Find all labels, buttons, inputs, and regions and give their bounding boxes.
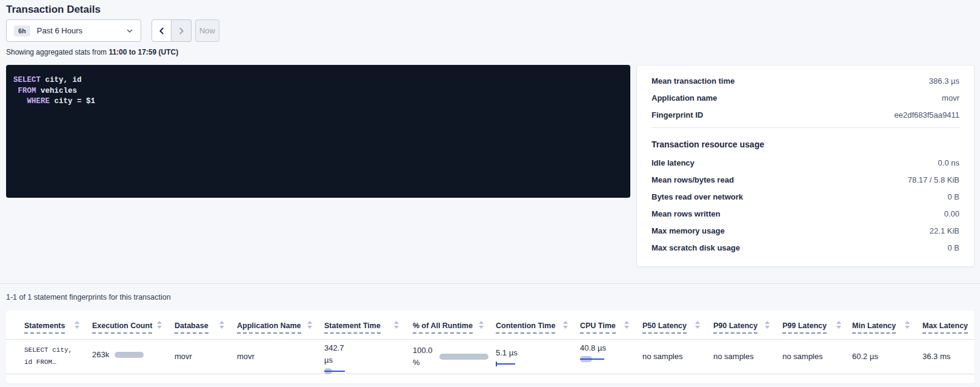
sort-arrows-icon[interactable]	[905, 321, 910, 329]
statement-line: SELECT city,	[24, 346, 72, 354]
previous-interval-button[interactable]	[152, 19, 172, 42]
column-header-max_latency[interactable]: Max Latency	[922, 320, 968, 331]
resource-label: Max scratch disk usage	[652, 243, 740, 252]
resource-row: Mean rows written 0.00	[652, 209, 959, 218]
column-header-label: P50 Latency	[642, 321, 687, 334]
now-button[interactable]: Now	[195, 19, 219, 42]
bar-blue	[580, 358, 604, 360]
cell-execution-count: 263k	[92, 349, 144, 361]
sort-arrows-icon[interactable]	[765, 321, 770, 329]
column-header-p90_latency[interactable]: P90 Latency	[713, 320, 758, 331]
resource-row: Max scratch disk usage 0 B	[652, 243, 959, 252]
summary-value: 386.3 µs	[929, 76, 959, 86]
resource-value: 22.1 KiB	[930, 226, 959, 235]
sort-arrows-icon[interactable]	[563, 321, 568, 329]
column-header-contention_time[interactable]: Contention Time	[496, 320, 555, 331]
resource-label: Mean rows written	[652, 209, 720, 218]
column-header-p99_latency[interactable]: P99 Latency	[782, 320, 827, 331]
transaction-details-page: Transaction Details 6h Past 6 Hours Now …	[0, 0, 980, 387]
summary-value: movr	[942, 93, 959, 103]
column-header-label: CPU Time	[580, 321, 616, 334]
table-row[interactable]: SELECT city, id FROM… 263k movr movr 342…	[6, 340, 975, 374]
cell-statement-time: 342.7 µs	[324, 342, 351, 374]
sql-statement-box: SELECT city, id FROM vehicles WHERE city…	[6, 65, 630, 198]
time-range-label: Past 6 Hours	[37, 26, 126, 35]
column-header-pct_runtime[interactable]: % of All Runtime	[413, 320, 473, 331]
statements-table: StatementsExecution CountDatabaseApplica…	[6, 311, 975, 383]
sort-arrows-icon[interactable]	[75, 321, 80, 329]
bar-blue	[496, 363, 515, 365]
table-header-row: StatementsExecution CountDatabaseApplica…	[6, 311, 975, 340]
resource-value: 0.0 ns	[938, 158, 959, 167]
sort-arrows-icon[interactable]	[157, 321, 162, 329]
pct-runtime-bar	[439, 354, 488, 360]
execution-count-value: 263k	[92, 349, 109, 361]
column-header-statement_time[interactable]: Statement Time	[324, 320, 381, 331]
sort-arrows-icon[interactable]	[624, 321, 630, 329]
summary-label: Mean transaction time	[652, 76, 735, 86]
summary-divider	[652, 127, 959, 128]
cell-p50-latency: no samples	[642, 352, 682, 361]
statement-line: id FROM…	[24, 358, 56, 366]
column-header-label: % of All Runtime	[413, 321, 473, 334]
time-range-badge: 6h	[14, 25, 30, 36]
column-header-cpu_time[interactable]: CPU Time	[580, 320, 616, 331]
column-header-execution_count[interactable]: Execution Count	[92, 320, 152, 331]
sort-arrows-icon[interactable]	[836, 321, 842, 329]
column-header-database[interactable]: Database	[175, 320, 208, 331]
summary-label: Application name	[652, 93, 717, 103]
column-header-p50_latency[interactable]: P50 Latency	[642, 320, 687, 331]
column-header-application_name[interactable]: Application Name	[237, 320, 301, 331]
resource-usage-heading: Transaction resource usage	[652, 140, 959, 149]
stats-prefix: Showing aggregated stats from	[6, 48, 108, 56]
column-header-label: Min Latency	[852, 321, 896, 334]
cell-database: movr	[175, 352, 192, 361]
execution-count-bar	[115, 352, 144, 358]
resource-value: 0 B	[947, 192, 959, 201]
sort-arrows-icon[interactable]	[695, 321, 701, 329]
chevron-down-icon	[126, 27, 133, 35]
column-header-label: P99 Latency	[782, 321, 827, 334]
column-header-label: Statements	[24, 321, 65, 334]
resource-value: 78.17 / 5.8 KiB	[908, 175, 959, 184]
cell-statement[interactable]: SELECT city, id FROM…	[24, 344, 72, 368]
statements-table-caption: 1-1 of 1 statement fingerprints for this…	[6, 293, 171, 301]
column-header-min_latency[interactable]: Min Latency	[852, 320, 896, 331]
summary-value: ee2df683f5aa9411	[895, 110, 959, 119]
time-range-dropdown[interactable]: 6h Past 6 Hours	[6, 19, 141, 42]
cell-application-name: movr	[237, 352, 255, 361]
column-header-label: Statement Time	[324, 321, 381, 334]
cpu-time-bar	[580, 356, 607, 362]
sql-line: SELECT city, id	[13, 75, 623, 86]
page-title: Transaction Details	[6, 4, 101, 16]
cell-p90-latency: no samples	[713, 352, 753, 361]
column-header-label: Execution Count	[92, 321, 152, 334]
resource-value: 0.00	[944, 209, 959, 218]
contention-time-bar	[496, 361, 518, 367]
cell-p99-latency: no samples	[782, 352, 822, 361]
sort-arrows-icon[interactable]	[219, 321, 225, 329]
resource-row: Bytes read over network 0 B	[652, 192, 959, 201]
cell-contention-time: 5.1 µs	[496, 347, 518, 367]
statement-time-bar	[324, 368, 351, 374]
resource-row: Idle latency 0.0 ns	[652, 158, 959, 167]
cell-pct-runtime: 100.0 %	[413, 345, 488, 369]
pct-runtime-value: 100.0 %	[413, 345, 439, 369]
sort-arrows-icon[interactable]	[307, 321, 313, 329]
next-interval-button[interactable]	[172, 19, 192, 42]
sort-arrows-icon[interactable]	[394, 321, 399, 329]
cpu-time-value: 40.8 µs	[580, 343, 606, 352]
resource-label: Mean rows/bytes read	[652, 175, 734, 184]
statement-time-value: 342.7 µs	[324, 343, 344, 365]
stats-time-range: 11:00 to 17:59 (UTC)	[108, 48, 178, 56]
sort-arrows-icon[interactable]	[479, 321, 484, 329]
cell-min-latency: 60.2 µs	[852, 352, 878, 361]
summary-row: Fingerprint ID ee2df683f5aa9411	[652, 110, 959, 119]
sql-line: FROM vehicles	[13, 86, 623, 97]
column-header-statements[interactable]: Statements	[24, 320, 65, 331]
time-nav-group	[152, 19, 192, 42]
column-header-label: Max Latency	[922, 321, 968, 334]
sql-code: SELECT city, id FROM vehicles WHERE city…	[13, 75, 623, 107]
transaction-summary-panel: Mean transaction time 386.3 µs Applicati…	[636, 65, 975, 267]
resource-row: Mean rows/bytes read 78.17 / 5.8 KiB	[652, 175, 959, 184]
